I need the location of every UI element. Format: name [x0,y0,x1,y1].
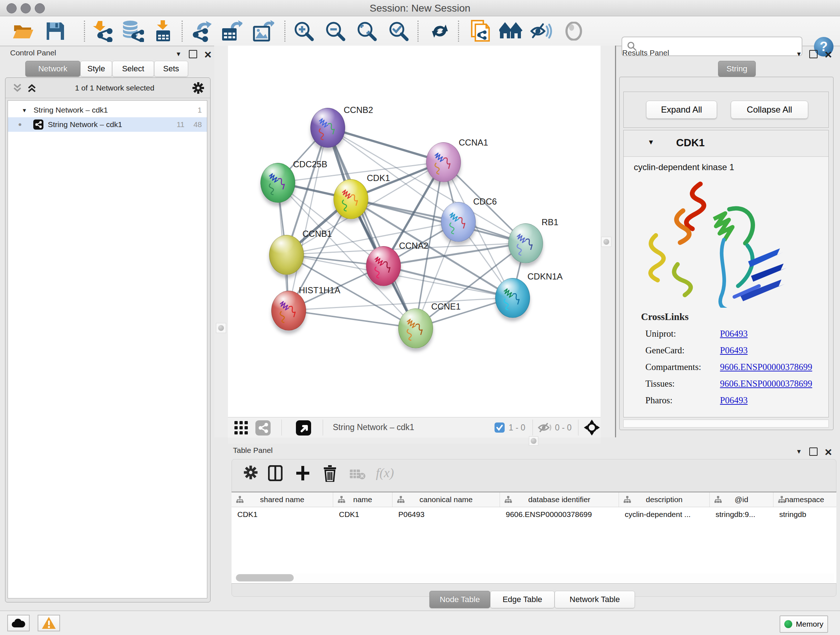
first-neighbors-button[interactable] [499,19,523,43]
tab-style[interactable]: Style [80,61,112,77]
cell-shared-name[interactable]: CDK1 [232,507,333,522]
panel-close-icon[interactable]: × [204,51,212,58]
apply-layout-button[interactable] [428,19,452,43]
panel-close-icon[interactable]: × [825,448,832,455]
import-network-button[interactable] [91,19,116,43]
zoom-out-button[interactable] [323,19,347,43]
table-panel-divider-handle[interactable] [529,436,538,446]
network-edge[interactable] [327,127,415,328]
cell-name[interactable]: CDK1 [333,507,393,522]
network-edge[interactable] [327,127,443,162]
crosslink-link[interactable]: 9606.ENSP00000378699 [720,379,812,388]
hidden-count-button[interactable] [538,422,552,434]
panel-float-icon[interactable] [189,50,197,58]
column-header-namespace[interactable]: namespace [774,492,836,507]
panel-menu-icon[interactable]: ▼ [796,448,802,455]
selected-count-checkbox[interactable] [494,422,505,434]
network-from-clipboard-button[interactable] [468,19,493,43]
results-panel-divider-handle[interactable] [601,237,611,247]
zoom-selected-button[interactable] [386,19,411,43]
table-panel-divider[interactable] [228,438,600,444]
fit-content-button[interactable] [584,420,600,437]
column-header-name[interactable]: name [333,492,393,507]
cell-id[interactable]: stringdb:9... [710,507,774,522]
protein-card-header[interactable]: ▼ CDK1 [624,130,829,157]
network-node-ccne1[interactable] [398,309,433,348]
network-edge[interactable] [288,127,327,310]
tab-network-table[interactable]: Network Table [554,591,635,608]
import-table-button[interactable] [150,19,175,43]
show-grid-button[interactable] [234,421,248,436]
warnings-button[interactable] [38,615,60,631]
collection-collapse-icon[interactable]: ▼ [22,107,27,113]
results-scrollbar[interactable] [623,420,829,428]
network-canvas[interactable]: CCNB2CCNA1CDC25BCDK1CDC6RB1CCNB1CCNA2CDK… [228,46,600,417]
network-overview-button[interactable] [256,420,271,437]
tab-string[interactable]: String [718,61,756,77]
export-table-button[interactable] [219,19,244,43]
network-collection-row[interactable]: ▼ String Network – cdk1 1 [8,103,207,117]
expand-all-icon[interactable] [27,82,37,93]
network-node-ccnb1[interactable] [269,235,304,275]
memory-button[interactable]: Memory [780,616,828,633]
table-settings-button[interactable] [243,465,258,481]
panel-menu-icon[interactable]: ▼ [796,51,802,58]
cell-database-identifier[interactable]: 9606.ENSP00000378699 [500,507,619,522]
crosslink-link[interactable]: P06493 [720,395,747,405]
column-header-canonical-name[interactable]: canonical name [393,492,500,507]
tab-edge-table[interactable]: Edge Table [490,591,554,608]
cell-description[interactable]: cyclin-dependent ... [619,507,710,522]
network-node-cdkn1a[interactable] [495,278,530,318]
zoom-in-button[interactable] [292,19,316,43]
panel-float-icon[interactable] [809,50,818,58]
tab-node-table[interactable]: Node Table [429,591,490,608]
tab-sets[interactable]: Sets [154,61,188,77]
panel-menu-icon[interactable]: ▼ [175,51,182,58]
cell-namespace[interactable]: stringdb [774,507,836,522]
network-edge[interactable] [288,310,415,328]
column-header-shared-name[interactable]: shared name [232,492,333,507]
cell-canonical-name[interactable]: P06493 [393,507,500,522]
zoom-fit-button[interactable] [355,19,379,43]
import-network-from-database-button[interactable] [120,19,145,43]
crosslink-link[interactable]: 9606.ENSP00000378699 [720,362,812,372]
network-node-cdc25b[interactable] [261,163,295,203]
network-node-ccna2[interactable] [366,246,401,286]
column-header-description[interactable]: description [619,492,710,507]
control-panel-divider[interactable] [214,46,228,437]
column-header-database-identifier[interactable]: database identifier [500,492,619,507]
delete-column-button[interactable] [323,465,337,483]
network-node-rb1[interactable] [508,223,543,263]
open-session-button[interactable] [11,19,35,43]
network-node-ccna1[interactable] [426,142,461,182]
collapse-all-button[interactable]: Collapse All [731,101,808,119]
network-node-cdc6[interactable] [441,202,476,242]
column-header-id[interactable]: @id [710,492,774,507]
network-edge[interactable] [351,199,525,243]
export-network-button[interactable] [189,19,214,43]
network-row[interactable]: ● String Network – cdk1 11 48 [8,117,207,132]
table-horizontal-scrollbar[interactable] [234,573,834,582]
network-node-hist1h1a[interactable] [271,291,306,331]
network-node-ccnb2[interactable] [310,108,345,148]
expand-all-button[interactable]: Expand All [646,101,717,119]
cloud-status-button[interactable] [7,615,30,631]
gear-icon[interactable] [192,82,204,94]
crosslink-link[interactable]: P06493 [720,329,747,339]
hide-selected-button[interactable] [529,19,554,43]
panel-float-icon[interactable] [809,448,818,456]
export-image-button[interactable] [251,19,276,43]
crosslink-link[interactable]: P06493 [720,345,747,355]
save-session-button[interactable] [43,19,67,43]
birds-eye-toggle-button[interactable] [296,420,311,437]
tab-select[interactable]: Select [112,61,154,77]
show-graphics-details-button[interactable] [561,19,586,43]
control-panel-divider-handle[interactable] [216,323,226,333]
collapse-all-icon[interactable] [12,82,23,93]
panel-close-icon[interactable]: × [825,51,832,58]
create-column-button[interactable] [295,465,310,482]
tab-network[interactable]: Network [25,61,80,77]
table-scrollbar-thumb[interactable] [236,574,294,581]
network-node-cdk1[interactable] [333,179,368,219]
show-columns-button[interactable] [268,465,283,482]
